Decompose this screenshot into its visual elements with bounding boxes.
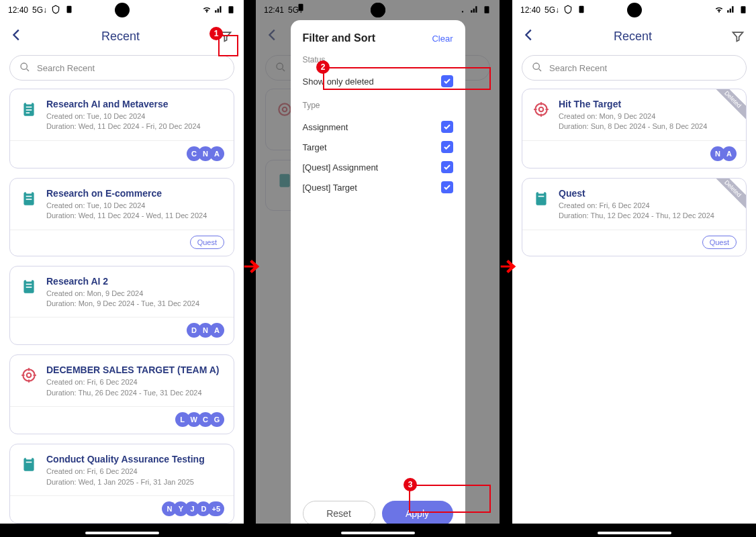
card-created: Created on: Tue, 10 Dec 2024 xyxy=(46,201,224,211)
nav-handle xyxy=(341,532,415,534)
svg-rect-11 xyxy=(26,199,32,200)
battery-icon xyxy=(739,5,748,16)
modal-title: Filter and Sort xyxy=(303,32,375,44)
card-duration: Duration: Mon, 9 Dec 2024 - Tue, 31 Dec … xyxy=(46,299,224,309)
type-quest-target-toggle[interactable]: [Quest] Target xyxy=(303,177,453,197)
list-item[interactable]: DECEMBER SALES TARGET (TEAM A) Created o… xyxy=(9,354,234,434)
card-created: Created on: Tue, 10 Dec 2024 xyxy=(46,111,224,121)
list-item[interactable]: Research on E-commerce Created on: Tue, … xyxy=(9,178,234,256)
card-created: Created on: Mon, 9 Dec 2024 xyxy=(46,289,224,299)
quest-tag: Quest xyxy=(702,236,737,249)
svg-rect-19 xyxy=(26,456,32,459)
checkbox-label: [Quest] Assignment xyxy=(303,162,379,173)
search-input[interactable]: Search Recent xyxy=(9,55,234,81)
checkbox-checked-icon xyxy=(441,161,453,173)
checkbox-checked-icon xyxy=(441,181,453,193)
svg-rect-18 xyxy=(23,458,34,471)
clock-text: 12:40 xyxy=(520,5,540,15)
search-input[interactable]: Search Recent xyxy=(522,55,747,81)
nav-handle xyxy=(598,532,671,534)
page-title: Recent xyxy=(24,30,217,44)
card-created: Created on: Fri, 6 Dec 2024 xyxy=(559,201,737,211)
avatar-chip: G xyxy=(209,412,224,427)
list-item[interactable]: Research AI and Metaverse Created on: Tu… xyxy=(9,89,234,168)
avatar-chip: A xyxy=(209,146,224,161)
filter-button[interactable] xyxy=(729,28,747,45)
svg-point-2 xyxy=(21,63,27,69)
status-bar: 12:40 5G↓ xyxy=(512,0,756,20)
checkbox-checked-icon xyxy=(441,75,453,87)
app-header: Recent xyxy=(0,20,244,52)
card-title: Research on E-commerce xyxy=(46,188,224,199)
card-title: Research AI and Metaverse xyxy=(46,99,224,109)
avatar-chip: A xyxy=(722,146,737,161)
svg-rect-34 xyxy=(538,195,545,197)
card-duration: Duration: Sun, 8 Dec 2024 - Sun, 8 Dec 2… xyxy=(559,121,737,132)
card-title: Hit The Target xyxy=(559,99,737,109)
svg-point-17 xyxy=(27,373,32,378)
quest-tag: Quest xyxy=(190,236,224,249)
back-button[interactable] xyxy=(522,28,536,45)
svg-rect-9 xyxy=(26,191,32,193)
avatar-chip: A xyxy=(209,323,224,338)
svg-point-30 xyxy=(535,103,547,115)
checkbox-checked-icon xyxy=(441,141,453,153)
nav-handle xyxy=(85,532,159,534)
checkbox-label: Target xyxy=(303,142,327,152)
wifi-icon xyxy=(202,5,211,16)
battery-icon xyxy=(482,5,491,16)
checkbox-label: Show only deleted xyxy=(303,77,374,87)
filter-button[interactable] xyxy=(217,28,234,45)
type-assignment-toggle[interactable]: Assignment xyxy=(303,117,453,137)
wifi-icon xyxy=(714,5,724,16)
show-deleted-toggle[interactable]: Show only deleted xyxy=(303,71,453,91)
svg-rect-13 xyxy=(26,279,32,281)
card-created: Created on: Mon, 9 Dec 2024 xyxy=(559,111,737,121)
signal-icon xyxy=(214,5,224,16)
list-item[interactable]: Conduct Quality Assurance Testing Create… xyxy=(9,444,234,524)
target-icon xyxy=(19,366,38,385)
battery-icon xyxy=(226,5,236,16)
checkbox-label: [Quest] Target xyxy=(303,183,357,193)
status-section-label: Status xyxy=(303,55,453,64)
list-item[interactable]: Deleted Quest Created on: Fri, 6 Dec 202… xyxy=(522,178,747,256)
flow-arrow-icon xyxy=(497,255,520,281)
shield-icon xyxy=(563,5,573,16)
card-title: Research AI 2 xyxy=(46,276,224,287)
card-duration: Duration: Wed, 11 Dec 2024 - Wed, 11 Dec… xyxy=(46,211,224,221)
wifi-icon xyxy=(458,5,467,16)
page-title: Recent xyxy=(536,30,729,44)
svg-point-31 xyxy=(539,107,544,112)
sim-icon xyxy=(64,5,74,16)
apply-button[interactable]: Apply xyxy=(382,501,453,526)
target-icon xyxy=(532,100,551,119)
list-item[interactable]: Deleted Hit The Target Created on: Mon, … xyxy=(522,89,747,168)
type-target-toggle[interactable]: Target xyxy=(303,137,453,157)
svg-rect-10 xyxy=(26,195,32,197)
card-duration: Duration: Thu, 12 Dec 2024 - Thu, 12 Dec… xyxy=(559,211,737,221)
clear-button[interactable]: Clear xyxy=(432,34,453,44)
list-item[interactable]: Research AI 2 Created on: Mon, 9 Dec 202… xyxy=(9,266,234,346)
checkbox-label: Assignment xyxy=(303,122,348,132)
flow-arrow-icon xyxy=(240,255,263,281)
sim-icon xyxy=(577,5,586,16)
search-icon xyxy=(532,62,542,75)
type-quest-assignment-toggle[interactable]: [Quest] Assignment xyxy=(303,157,453,177)
avatar-chip: +5 xyxy=(207,501,224,516)
search-placeholder: Search Recent xyxy=(549,63,607,73)
search-placeholder: Search Recent xyxy=(37,63,95,73)
filter-modal: Filter and Sort Clear Status Show only d… xyxy=(291,20,465,537)
signal-icon xyxy=(470,5,479,16)
net-label: 5G↓ xyxy=(32,5,47,15)
svg-rect-26 xyxy=(298,4,303,11)
svg-rect-15 xyxy=(26,287,32,288)
card-duration: Duration: Wed, 11 Dec 2024 - Fri, 20 Dec… xyxy=(46,121,224,132)
status-bar: 12:40 5G↓ xyxy=(0,0,244,20)
clipboard-icon xyxy=(19,189,38,208)
type-section-label: Type xyxy=(303,101,453,110)
search-icon xyxy=(19,62,30,75)
svg-rect-7 xyxy=(26,112,30,113)
back-button[interactable] xyxy=(9,28,24,45)
avatar xyxy=(115,3,130,17)
reset-button[interactable]: Reset xyxy=(303,501,375,526)
